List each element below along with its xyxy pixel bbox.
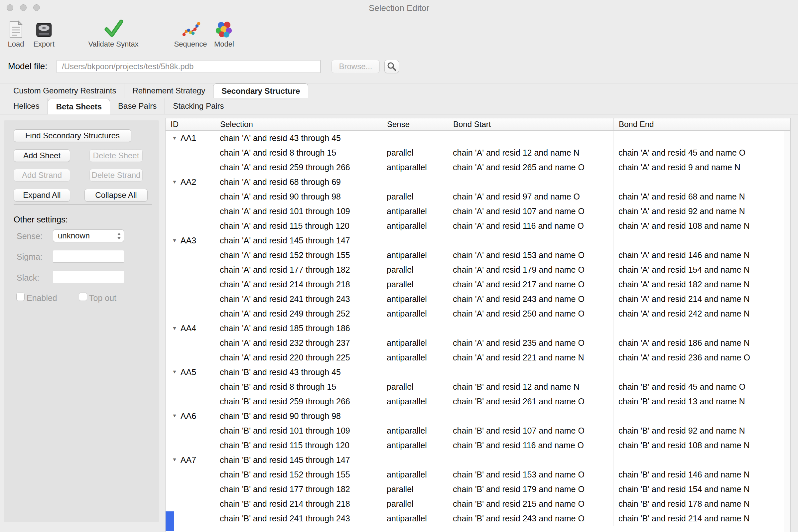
column-header-sense[interactable]: Sense <box>382 118 448 130</box>
expand-all-button[interactable]: Expand All <box>14 189 70 202</box>
disclosure-triangle-icon[interactable]: ▼ <box>172 175 177 189</box>
table-row[interactable]: chain 'A' and resid 214 through 218paral… <box>166 277 790 291</box>
enabled-checkbox[interactable] <box>16 292 25 301</box>
id-cell: ▼AA2 <box>166 174 215 189</box>
table-row[interactable]: chain 'B' and resid 241 through 243antip… <box>166 511 790 526</box>
table-row[interactable]: chain 'A' and resid 115 through 120antip… <box>166 218 790 233</box>
model-file-input[interactable] <box>57 60 321 73</box>
disclosure-triangle-icon[interactable]: ▼ <box>172 131 177 145</box>
table-row[interactable]: ▼AA6chain 'B' and resid 90 through 98 <box>166 408 790 423</box>
id-cell: ▼AA6 <box>166 408 215 423</box>
sense-dropdown[interactable]: unknown <box>53 229 124 242</box>
sense-cell <box>382 365 448 379</box>
delete-sheet-button[interactable]: Delete Sheet <box>90 149 142 162</box>
add-strand-button[interactable]: Add Strand <box>14 169 70 182</box>
selection-cell: chain 'A' and resid 8 through 15 <box>215 145 382 160</box>
sense-cell: parallel <box>382 496 448 511</box>
minimize-button[interactable] <box>20 4 26 11</box>
toolbar-item-validate-syntax[interactable]: Validate Syntax <box>88 17 138 49</box>
add-sheet-button[interactable]: Add Sheet <box>14 149 70 162</box>
zoom-button[interactable] <box>33 4 40 11</box>
top-out-checkbox[interactable] <box>79 292 87 301</box>
toolbar-item-export[interactable]: Export <box>33 17 55 49</box>
table-row[interactable]: chain 'A' and resid 8 through 15parallel… <box>166 145 790 160</box>
green-checkmark-icon <box>103 17 124 39</box>
vertical-scrollbar[interactable] <box>784 131 790 532</box>
close-button[interactable] <box>7 4 13 11</box>
subtab-base-pairs[interactable]: Base Pairs <box>110 98 165 114</box>
toolbar-item-sequence[interactable]: Sequence <box>174 17 207 49</box>
sigma-field[interactable] <box>53 250 124 263</box>
table-row[interactable]: chain 'B' and resid 177 through 182paral… <box>166 482 790 496</box>
table-row[interactable]: chain 'A' and resid 220 through 225antip… <box>166 350 790 365</box>
subtab-stacking-pairs[interactable]: Stacking Pairs <box>165 98 232 114</box>
bond-start-cell: chain 'A' and resid 243 and name O <box>448 291 614 306</box>
model-file-row: Model file: Browse... <box>0 59 798 75</box>
table-row[interactable]: chain 'A' and resid 177 through 182paral… <box>166 262 790 277</box>
toolbar-item-load[interactable]: Load <box>7 17 25 49</box>
table-row[interactable]: ▼AA4chain 'A' and resid 185 through 186 <box>166 321 790 336</box>
disclosure-triangle-icon[interactable]: ▼ <box>172 453 177 467</box>
id-cell <box>166 423 215 438</box>
table-row[interactable]: chain 'B' and resid 115 through 120antip… <box>166 438 790 453</box>
table-row[interactable]: chain 'B' and resid 8 through 15parallel… <box>166 379 790 394</box>
slack-field[interactable] <box>53 271 124 283</box>
table-body: ▼AA1chain 'A' and resid 43 through 45cha… <box>166 131 790 526</box>
collapse-all-button[interactable]: Collapse All <box>84 189 148 202</box>
table-row[interactable]: chain 'A' and resid 152 through 155antip… <box>166 248 790 262</box>
load-document-icon <box>7 17 25 39</box>
sense-cell: antiparallel <box>382 350 448 365</box>
bond-end-cell: chain 'B' and resid 45 and name O <box>614 379 790 394</box>
selection-cell: chain 'A' and resid 220 through 225 <box>215 350 382 365</box>
subtab-helices[interactable]: Helices <box>5 98 48 114</box>
sense-cell: parallel <box>382 379 448 394</box>
table-row[interactable]: chain 'A' and resid 232 through 237antip… <box>166 336 790 350</box>
column-header-bond-start[interactable]: Bond Start <box>448 118 614 130</box>
column-header-selection[interactable]: Selection <box>215 118 382 130</box>
table-row[interactable]: chain 'B' and resid 101 through 109antip… <box>166 423 790 438</box>
sheet-id: AA7 <box>180 453 196 467</box>
id-cell <box>166 350 215 365</box>
tab-secondary-structure[interactable]: Secondary Structure <box>213 83 308 98</box>
toolbar: Load Export Validate Syntax <box>0 15 798 53</box>
column-header-bond-end[interactable]: Bond End <box>614 118 790 130</box>
tab-custom-geometry-restraints[interactable]: Custom Geometry Restraints <box>5 83 125 98</box>
table-row[interactable]: chain 'B' and resid 152 through 155antip… <box>166 467 790 482</box>
bond-end-cell: chain 'A' and resid 182 and name N <box>614 277 790 291</box>
id-cell <box>166 336 215 350</box>
tab-refinement-strategy[interactable]: Refinement Strategy <box>125 83 213 98</box>
id-cell <box>166 189 215 204</box>
browse-button[interactable]: Browse... <box>331 60 380 73</box>
other-settings-heading: Other settings: <box>14 215 68 225</box>
table-row[interactable]: chain 'B' and resid 259 through 266antip… <box>166 394 790 408</box>
toolbar-item-model[interactable]: Model <box>214 17 234 49</box>
selection-cell: chain 'A' and resid 43 through 45 <box>215 131 382 145</box>
bond-start-cell: chain 'B' and resid 107 and name O <box>448 423 614 438</box>
table-row[interactable]: chain 'A' and resid 90 through 98paralle… <box>166 189 790 204</box>
disclosure-triangle-icon[interactable]: ▼ <box>172 322 177 335</box>
toolbar-label: Sequence <box>174 40 207 49</box>
bond-end-cell <box>614 174 790 189</box>
column-header-id[interactable]: ID <box>166 118 215 130</box>
table-row[interactable]: ▼AA2chain 'A' and resid 68 through 69 <box>166 174 790 189</box>
subtab-beta-sheets[interactable]: Beta Sheets <box>48 99 110 114</box>
bond-start-cell: chain 'A' and resid 12 and name N <box>448 145 614 160</box>
disclosure-triangle-icon[interactable]: ▼ <box>172 365 177 379</box>
table-row[interactable]: chain 'A' and resid 241 through 243antip… <box>166 291 790 306</box>
delete-strand-button[interactable]: Delete Strand <box>90 169 142 182</box>
table-row[interactable]: ▼AA5chain 'B' and resid 43 through 45 <box>166 365 790 379</box>
table-row[interactable]: ▼AA3chain 'A' and resid 145 through 147 <box>166 233 790 248</box>
table-row[interactable]: chain 'A' and resid 101 through 109antip… <box>166 204 790 218</box>
table-row[interactable]: chain 'A' and resid 259 through 266antip… <box>166 160 790 174</box>
table-row[interactable]: ▼AA1chain 'A' and resid 43 through 45 <box>166 131 790 145</box>
disclosure-triangle-icon[interactable]: ▼ <box>172 409 177 423</box>
sense-cell <box>382 408 448 423</box>
table-row[interactable]: chain 'B' and resid 214 through 218paral… <box>166 496 790 511</box>
table-row[interactable]: chain 'A' and resid 249 through 252antip… <box>166 306 790 321</box>
find-secondary-structures-button[interactable]: Find Secondary Structures <box>14 129 131 142</box>
disclosure-triangle-icon[interactable]: ▼ <box>172 234 177 247</box>
search-button[interactable] <box>384 60 399 73</box>
table-row[interactable]: ▼AA7chain 'B' and resid 145 through 147 <box>166 453 790 467</box>
window-title: Selection Editor <box>0 0 798 16</box>
bond-start-cell: chain 'A' and resid 265 and name O <box>448 160 614 174</box>
